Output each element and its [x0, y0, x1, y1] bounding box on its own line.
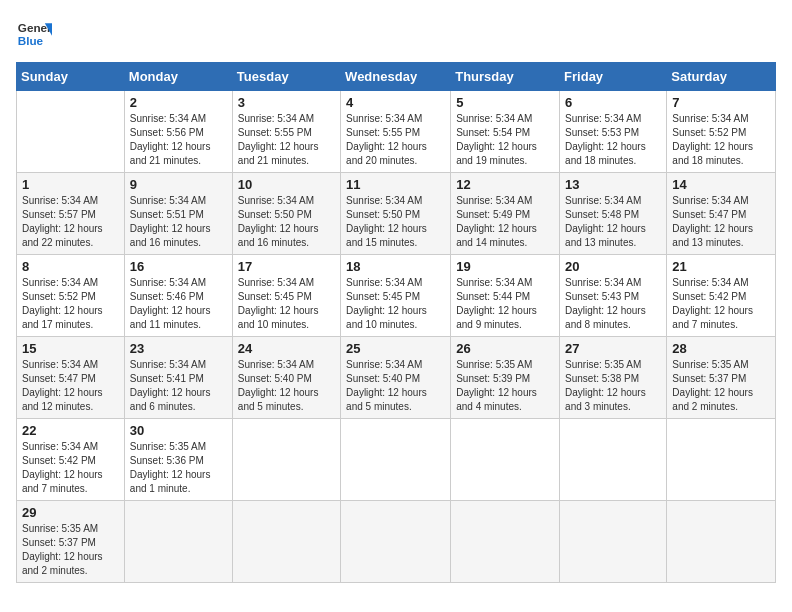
- day-info: Sunrise: 5:34 AM Sunset: 5:44 PM Dayligh…: [456, 276, 554, 332]
- header-cell-saturday: Saturday: [667, 63, 776, 91]
- calendar-cell: [17, 91, 125, 173]
- day-number: 10: [238, 177, 335, 192]
- calendar-cell: 27 Sunrise: 5:35 AM Sunset: 5:38 PM Dayl…: [560, 337, 667, 419]
- day-number: 17: [238, 259, 335, 274]
- day-info: Sunrise: 5:35 AM Sunset: 5:36 PM Dayligh…: [130, 440, 227, 496]
- calendar-week-5: 29 Sunrise: 5:35 AM Sunset: 5:37 PM Dayl…: [17, 501, 776, 583]
- calendar-week-3: 15 Sunrise: 5:34 AM Sunset: 5:47 PM Dayl…: [17, 337, 776, 419]
- calendar-cell: 6 Sunrise: 5:34 AM Sunset: 5:53 PM Dayli…: [560, 91, 667, 173]
- day-info: Sunrise: 5:34 AM Sunset: 5:47 PM Dayligh…: [22, 358, 119, 414]
- calendar-cell: 29 Sunrise: 5:35 AM Sunset: 5:37 PM Dayl…: [17, 501, 125, 583]
- logo-icon: General Blue: [16, 16, 52, 52]
- day-info: Sunrise: 5:34 AM Sunset: 5:43 PM Dayligh…: [565, 276, 661, 332]
- day-info: Sunrise: 5:34 AM Sunset: 5:41 PM Dayligh…: [130, 358, 227, 414]
- calendar-week-4: 22 Sunrise: 5:34 AM Sunset: 5:42 PM Dayl…: [17, 419, 776, 501]
- day-number: 30: [130, 423, 227, 438]
- day-number: 11: [346, 177, 445, 192]
- calendar-cell: 22 Sunrise: 5:34 AM Sunset: 5:42 PM Dayl…: [17, 419, 125, 501]
- day-number: 9: [130, 177, 227, 192]
- calendar-cell: 3 Sunrise: 5:34 AM Sunset: 5:55 PM Dayli…: [232, 91, 340, 173]
- calendar-cell: [667, 419, 776, 501]
- calendar-header-row: SundayMondayTuesdayWednesdayThursdayFrid…: [17, 63, 776, 91]
- header-cell-sunday: Sunday: [17, 63, 125, 91]
- day-number: 25: [346, 341, 445, 356]
- day-number: 5: [456, 95, 554, 110]
- calendar-cell: 18 Sunrise: 5:34 AM Sunset: 5:45 PM Dayl…: [341, 255, 451, 337]
- calendar-cell: 23 Sunrise: 5:34 AM Sunset: 5:41 PM Dayl…: [124, 337, 232, 419]
- day-info: Sunrise: 5:34 AM Sunset: 5:40 PM Dayligh…: [346, 358, 445, 414]
- day-number: 3: [238, 95, 335, 110]
- calendar-cell: [560, 419, 667, 501]
- calendar-cell: 26 Sunrise: 5:35 AM Sunset: 5:39 PM Dayl…: [451, 337, 560, 419]
- day-info: Sunrise: 5:34 AM Sunset: 5:49 PM Dayligh…: [456, 194, 554, 250]
- day-number: 14: [672, 177, 770, 192]
- day-number: 6: [565, 95, 661, 110]
- day-number: 20: [565, 259, 661, 274]
- day-info: Sunrise: 5:34 AM Sunset: 5:40 PM Dayligh…: [238, 358, 335, 414]
- calendar-cell: 17 Sunrise: 5:34 AM Sunset: 5:45 PM Dayl…: [232, 255, 340, 337]
- svg-text:General: General: [18, 21, 52, 34]
- day-info: Sunrise: 5:34 AM Sunset: 5:50 PM Dayligh…: [238, 194, 335, 250]
- calendar-week-0: 2 Sunrise: 5:34 AM Sunset: 5:56 PM Dayli…: [17, 91, 776, 173]
- svg-text:Blue: Blue: [18, 34, 44, 47]
- calendar-cell: 4 Sunrise: 5:34 AM Sunset: 5:55 PM Dayli…: [341, 91, 451, 173]
- day-info: Sunrise: 5:34 AM Sunset: 5:55 PM Dayligh…: [238, 112, 335, 168]
- calendar-cell: [451, 419, 560, 501]
- day-number: 28: [672, 341, 770, 356]
- day-info: Sunrise: 5:35 AM Sunset: 5:38 PM Dayligh…: [565, 358, 661, 414]
- calendar-cell: [341, 419, 451, 501]
- calendar-cell: 30 Sunrise: 5:35 AM Sunset: 5:36 PM Dayl…: [124, 419, 232, 501]
- day-number: 26: [456, 341, 554, 356]
- calendar-cell: 9 Sunrise: 5:34 AM Sunset: 5:51 PM Dayli…: [124, 173, 232, 255]
- day-info: Sunrise: 5:34 AM Sunset: 5:55 PM Dayligh…: [346, 112, 445, 168]
- calendar-cell: 10 Sunrise: 5:34 AM Sunset: 5:50 PM Dayl…: [232, 173, 340, 255]
- header: General Blue: [16, 16, 776, 52]
- day-info: Sunrise: 5:35 AM Sunset: 5:37 PM Dayligh…: [672, 358, 770, 414]
- header-cell-thursday: Thursday: [451, 63, 560, 91]
- day-number: 7: [672, 95, 770, 110]
- day-info: Sunrise: 5:34 AM Sunset: 5:47 PM Dayligh…: [672, 194, 770, 250]
- calendar-cell: 14 Sunrise: 5:34 AM Sunset: 5:47 PM Dayl…: [667, 173, 776, 255]
- day-number: 23: [130, 341, 227, 356]
- day-info: Sunrise: 5:35 AM Sunset: 5:39 PM Dayligh…: [456, 358, 554, 414]
- day-info: Sunrise: 5:34 AM Sunset: 5:48 PM Dayligh…: [565, 194, 661, 250]
- calendar-cell: 19 Sunrise: 5:34 AM Sunset: 5:44 PM Dayl…: [451, 255, 560, 337]
- calendar-cell: 15 Sunrise: 5:34 AM Sunset: 5:47 PM Dayl…: [17, 337, 125, 419]
- day-info: Sunrise: 5:34 AM Sunset: 5:46 PM Dayligh…: [130, 276, 227, 332]
- calendar-week-2: 8 Sunrise: 5:34 AM Sunset: 5:52 PM Dayli…: [17, 255, 776, 337]
- calendar-cell: 21 Sunrise: 5:34 AM Sunset: 5:42 PM Dayl…: [667, 255, 776, 337]
- day-number: 27: [565, 341, 661, 356]
- day-number: 12: [456, 177, 554, 192]
- day-number: 18: [346, 259, 445, 274]
- day-number: 2: [130, 95, 227, 110]
- header-cell-monday: Monday: [124, 63, 232, 91]
- calendar-cell: [341, 501, 451, 583]
- calendar-cell: 28 Sunrise: 5:35 AM Sunset: 5:37 PM Dayl…: [667, 337, 776, 419]
- day-number: 8: [22, 259, 119, 274]
- calendar-cell: 24 Sunrise: 5:34 AM Sunset: 5:40 PM Dayl…: [232, 337, 340, 419]
- calendar-table: SundayMondayTuesdayWednesdayThursdayFrid…: [16, 62, 776, 583]
- logo: General Blue: [16, 16, 52, 52]
- day-info: Sunrise: 5:34 AM Sunset: 5:53 PM Dayligh…: [565, 112, 661, 168]
- day-info: Sunrise: 5:35 AM Sunset: 5:37 PM Dayligh…: [22, 522, 119, 578]
- day-number: 15: [22, 341, 119, 356]
- calendar-week-1: 1 Sunrise: 5:34 AM Sunset: 5:57 PM Dayli…: [17, 173, 776, 255]
- day-info: Sunrise: 5:34 AM Sunset: 5:42 PM Dayligh…: [22, 440, 119, 496]
- day-number: 4: [346, 95, 445, 110]
- header-cell-tuesday: Tuesday: [232, 63, 340, 91]
- calendar-cell: [560, 501, 667, 583]
- calendar-cell: [124, 501, 232, 583]
- calendar-cell: 7 Sunrise: 5:34 AM Sunset: 5:52 PM Dayli…: [667, 91, 776, 173]
- header-cell-friday: Friday: [560, 63, 667, 91]
- day-number: 19: [456, 259, 554, 274]
- day-number: 21: [672, 259, 770, 274]
- calendar-cell: 25 Sunrise: 5:34 AM Sunset: 5:40 PM Dayl…: [341, 337, 451, 419]
- day-number: 24: [238, 341, 335, 356]
- calendar-cell: 11 Sunrise: 5:34 AM Sunset: 5:50 PM Dayl…: [341, 173, 451, 255]
- day-info: Sunrise: 5:34 AM Sunset: 5:52 PM Dayligh…: [22, 276, 119, 332]
- day-info: Sunrise: 5:34 AM Sunset: 5:54 PM Dayligh…: [456, 112, 554, 168]
- day-number: 22: [22, 423, 119, 438]
- day-info: Sunrise: 5:34 AM Sunset: 5:57 PM Dayligh…: [22, 194, 119, 250]
- calendar-cell: [451, 501, 560, 583]
- calendar-cell: 13 Sunrise: 5:34 AM Sunset: 5:48 PM Dayl…: [560, 173, 667, 255]
